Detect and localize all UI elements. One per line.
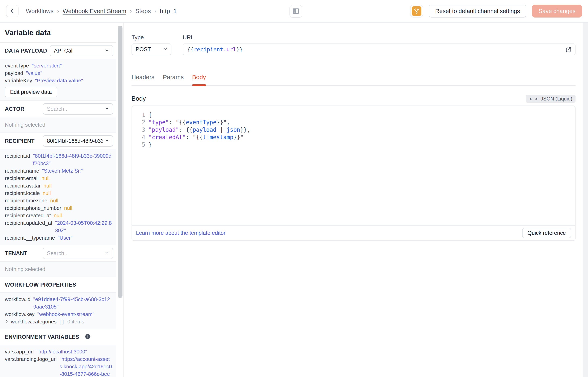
page-scrollbar-track[interactable] <box>583 23 588 377</box>
code-line: 2"type": "{{eventType}}", <box>132 119 575 126</box>
breadcrumb-item[interactable]: Workflows <box>26 8 54 14</box>
field-row: recipient.id"80f1f4bf-166d-48f9-b33c-390… <box>5 152 112 167</box>
workflow-properties-label: WORKFLOW PROPERTIES <box>5 282 76 288</box>
field-key: variableKey <box>5 77 32 84</box>
chevron-down-icon <box>105 48 109 54</box>
field-key: recipient.locale <box>5 189 40 197</box>
tenant-empty-state: Nothing selected <box>0 262 116 277</box>
code-text: "createdAt": "{{timestamp}}" <box>148 133 244 141</box>
field-row: recipient.avatarnull <box>5 182 112 189</box>
code-line: 4"createdAt": "{{timestamp}}" <box>132 133 575 141</box>
code-editor[interactable]: 1{2"type": "{{eventType}}",3"payload": {… <box>132 106 575 225</box>
field-value: null <box>54 212 62 219</box>
field-row: payload"value" <box>5 70 112 77</box>
breadcrumb-item: http_1 <box>160 8 177 14</box>
field-value: "e91ddae4-7f99-45cb-a688-3c129aae3105" <box>33 296 112 311</box>
line-number: 5 <box>132 141 145 148</box>
back-button[interactable] <box>6 5 19 17</box>
field-row: recipient.timezonenull <box>5 197 112 204</box>
actor-row: ACTOR Search... <box>0 101 116 118</box>
body-heading: Body <box>131 95 146 102</box>
field-value: "http://localhost:3000" <box>36 348 87 355</box>
breadcrumb-separator: › <box>130 8 132 14</box>
data-payload-selected-value: API Call <box>54 48 74 54</box>
field-key: recipient.avatar <box>5 182 41 189</box>
sidebar-toggle-button[interactable] <box>289 5 302 18</box>
breadcrumb-item[interactable]: Steps <box>135 8 151 14</box>
chevron-down-icon <box>105 250 109 257</box>
field-key: recipient.email <box>5 175 39 182</box>
field-row: recipient.emailnull <box>5 175 112 182</box>
sidebar-content: Variable data DATA PAYLOAD API Call even… <box>0 23 116 377</box>
preview-fields: eventType"server:alert"payload"value"var… <box>5 62 112 84</box>
field-key: workflow.key <box>5 311 35 318</box>
chevron-right-icon <box>5 318 9 325</box>
chevron-down-icon <box>105 106 109 112</box>
environment-variables-header: ENVIRONMENT VARIABLES <box>0 329 116 345</box>
actor-label: ACTOR <box>5 106 24 112</box>
info-icon[interactable] <box>85 333 91 340</box>
data-payload-select[interactable]: API Call <box>50 45 113 56</box>
actor-search-select[interactable]: Search... <box>43 103 113 115</box>
git-branch-icon <box>412 6 421 16</box>
field-key: payload <box>5 70 23 77</box>
sidebar-title: Variable data <box>0 23 116 43</box>
editor-footer: Learn more about the template editor Qui… <box>132 225 575 240</box>
top-bar: Workflows›Webhook Event Stream›Steps›htt… <box>0 0 588 23</box>
field-value: null <box>42 175 49 182</box>
field-row: recipient.updated_at"2024-03-05T00:42:29… <box>5 219 112 234</box>
recipient-selected-value: 80f1f4bf-166d-48f9-b33c <box>47 138 103 144</box>
tab-headers[interactable]: Headers <box>131 74 154 85</box>
field-value: "80f1f4bf-166d-48f9-b33c-39009df20bc3" <box>33 152 112 167</box>
field-key: recipient.phone_number <box>5 204 61 212</box>
method-selected-value: POST <box>136 46 151 53</box>
field-row: recipient.__typename"User" <box>5 234 112 242</box>
recipient-label: RECIPIENT <box>5 138 35 144</box>
workflow-categories-count: 0 items <box>68 318 84 325</box>
recipient-select[interactable]: 80f1f4bf-166d-48f9-b33c <box>43 135 113 147</box>
field-row: recipient.localenull <box>5 189 112 197</box>
tenant-search-select[interactable]: Search... <box>43 248 113 259</box>
quick-reference-button[interactable]: Quick reference <box>522 228 571 238</box>
field-key: recipient.updated_at <box>5 219 52 227</box>
tenant-row: TENANT Search... <box>0 245 116 262</box>
learn-more-link[interactable]: Learn more about the template editor <box>136 230 225 236</box>
field-value: "User" <box>58 234 72 242</box>
breadcrumb-separator: › <box>154 8 156 14</box>
tabs: HeadersParamsBody <box>131 74 576 86</box>
external-link-icon[interactable] <box>565 46 572 54</box>
method-select[interactable]: POST <box>131 44 171 55</box>
tab-body[interactable]: Body <box>192 74 206 85</box>
json-liquid-badge: < > JSON (Liquid) <box>526 95 576 103</box>
field-key: recipient.__typename <box>5 234 55 242</box>
workflow-categories-bracket: [ ] <box>59 318 64 325</box>
field-key: vars.branding.logo_url <box>5 355 57 363</box>
field-key: vars.app_url <box>5 348 34 355</box>
field-row: variableKey"Preview data value" <box>5 77 112 84</box>
code-line: 1{ <box>132 111 575 119</box>
chevron-down-icon <box>163 46 168 53</box>
field-value: "https://account-assets.knock.app/42d161… <box>59 355 112 377</box>
commit-button[interactable] <box>410 5 423 18</box>
reset-channel-settings-button[interactable]: Reset to default channel settings <box>429 5 526 18</box>
field-value: "2024-03-05T00:42:29.839Z" <box>55 219 112 234</box>
workflow-fields: workflow.id"e91ddae4-7f99-45cb-a688-3c12… <box>5 296 112 318</box>
save-changes-button[interactable]: Save changes <box>532 5 582 18</box>
data-payload-label: DATA PAYLOAD <box>5 48 47 54</box>
topbar-actions: Reset to default channel settings Save c… <box>410 5 582 18</box>
preview-data-section: eventType"server:alert"payload"value"var… <box>0 59 116 101</box>
breadcrumb-separator: › <box>57 8 59 14</box>
field-value: null <box>64 204 72 212</box>
recipient-fields: recipient.id"80f1f4bf-166d-48f9-b33c-390… <box>5 152 112 242</box>
workflow-categories-expander[interactable]: workflow.categories [ ] 0 items <box>5 318 112 325</box>
tab-params[interactable]: Params <box>163 74 184 85</box>
url-input[interactable]: {{recipient.url}} <box>183 44 576 55</box>
type-field: Type POST <box>131 34 171 55</box>
edit-preview-data-button[interactable]: Edit preview data <box>5 87 57 97</box>
field-key: recipient.created_at <box>5 212 51 219</box>
breadcrumb-item[interactable]: Webhook Event Stream <box>63 8 126 14</box>
chevron-down-icon <box>105 138 109 144</box>
breadcrumb: Workflows›Webhook Event Stream›Steps›htt… <box>26 8 177 14</box>
tenant-label: TENANT <box>5 250 27 257</box>
sidebar-scrollbar-thumb[interactable] <box>118 26 122 298</box>
